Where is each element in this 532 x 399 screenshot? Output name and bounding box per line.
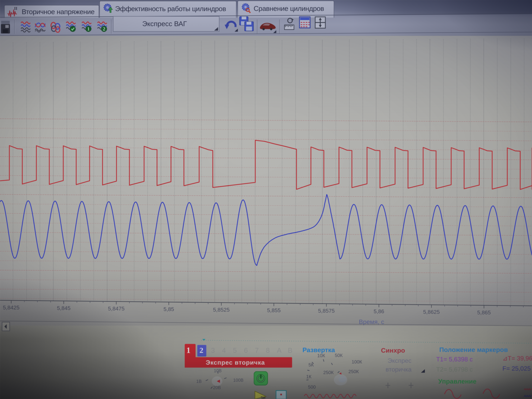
svg-text:5,845: 5,845 xyxy=(57,305,70,311)
svg-text:5,8425: 5,8425 xyxy=(3,304,19,310)
svg-text:5,8475: 5,8475 xyxy=(108,305,125,312)
svg-text:5,85: 5,85 xyxy=(164,306,174,312)
